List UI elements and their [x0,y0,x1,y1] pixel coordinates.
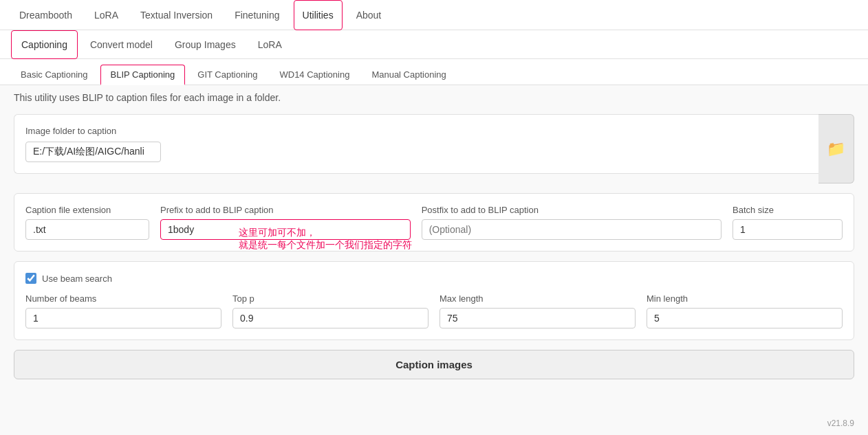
second-nav: Captioning Convert model Group Images Lo… [0,30,868,59]
page-description: This utility uses BLIP to caption files … [14,92,854,103]
postfix-input[interactable] [422,219,721,240]
annotation-line1: 这里可加可不加， [239,227,412,239]
use-beam-search-checkbox[interactable] [25,273,36,284]
caption-extension-group: Caption file extension [25,205,149,240]
tab-basic-captioning[interactable]: Basic Captioning [11,65,98,85]
folder-browse-button[interactable]: 📁 [818,114,854,183]
batch-size-label: Batch size [733,205,843,215]
caption-extension-input[interactable] [25,219,149,240]
tab-manual-captioning[interactable]: Manual Captioning [362,65,455,85]
prefix-label: Prefix to add to BLIP caption [160,205,411,215]
top-nav: Dreambooth LoRA Textual Inversion Finetu… [0,0,868,30]
caption-extension-label: Caption file extension [25,205,149,215]
top-p-label: Top p [232,293,428,304]
image-folder-label: Image folder to caption [25,126,807,136]
top-p-input[interactable] [232,308,428,328]
main-content: This utility uses BLIP to caption files … [0,85,868,393]
tab-git-captioning[interactable]: GIT Captioning [188,65,267,85]
min-length-label: Min length [647,293,843,304]
second-nav-item-group-images[interactable]: Group Images [165,30,246,59]
nav-item-utilities[interactable]: Utilities [294,0,343,30]
batch-size-group: Batch size [733,205,843,240]
caption-fields-panel: Caption file extension Prefix to add to … [14,193,854,252]
num-beams-group: Number of beams [25,293,221,328]
nav-item-lora[interactable]: LoRA [86,0,127,30]
batch-size-input[interactable] [733,219,843,240]
tab-nav: Basic Captioning BLIP Captioning GIT Cap… [0,59,868,85]
use-beam-search-label: Use beam search [42,274,112,284]
min-length-group: Min length [647,293,843,328]
beam-search-panel: Use beam search Number of beams Top p Ma… [14,261,854,340]
max-length-group: Max length [440,293,636,328]
tab-blip-captioning[interactable]: BLIP Captioning [100,65,186,85]
num-beams-label: Number of beams [25,293,221,304]
max-length-label: Max length [440,293,636,304]
folder-icon: 📁 [827,140,845,158]
number-fields-row: Number of beams Top p Max length Min len… [25,293,843,328]
annotation-line2: 就是统一每个文件加一个我们指定的字符 [239,239,412,252]
version-text: v21.8.9 [827,419,854,428]
max-length-input[interactable] [440,308,636,328]
use-beam-search-row: Use beam search [25,273,843,284]
annotation: 这里可加可不加， 就是统一每个文件加一个我们指定的字符 [239,227,412,252]
second-nav-item-captioning[interactable]: Captioning [11,30,78,59]
image-folder-input[interactable] [25,142,161,162]
nav-item-dreambooth[interactable]: Dreambooth [11,0,80,30]
second-nav-item-convert-model[interactable]: Convert model [80,30,162,59]
top-p-group: Top p [232,293,428,328]
image-folder-panel: Image folder to caption [14,114,818,174]
second-nav-item-lora[interactable]: LoRA [248,30,292,59]
nav-item-finetuning[interactable]: Finetuning [226,0,287,30]
postfix-label: Postfix to add to BLIP caption [422,205,721,215]
nav-item-about[interactable]: About [348,0,390,30]
num-beams-input[interactable] [25,308,221,328]
postfix-group: Postfix to add to BLIP caption [422,205,721,240]
tab-wd14-captioning[interactable]: WD14 Captioning [270,65,359,85]
min-length-input[interactable] [647,308,843,328]
app-wrapper: Dreambooth LoRA Textual Inversion Finetu… [0,0,868,435]
nav-item-textual-inversion[interactable]: Textual Inversion [132,0,221,30]
caption-images-button[interactable]: Caption images [14,350,854,379]
